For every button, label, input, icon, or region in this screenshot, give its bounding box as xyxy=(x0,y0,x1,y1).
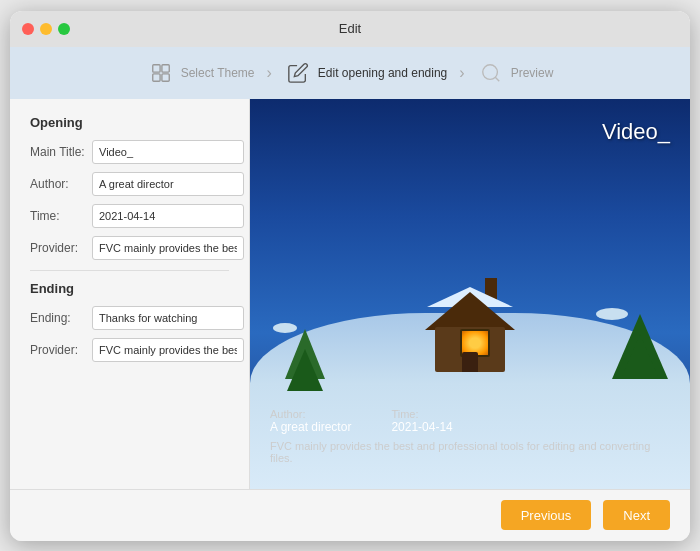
ending-row: Ending: xyxy=(30,306,229,330)
step3-label: Preview xyxy=(511,66,554,80)
window-title: Edit xyxy=(339,21,361,36)
main-title-label: Main Title: xyxy=(30,145,92,159)
minimize-button[interactable] xyxy=(40,23,52,35)
traffic-lights xyxy=(22,23,70,35)
footer: Previous Next xyxy=(10,489,690,541)
previous-button[interactable]: Previous xyxy=(501,500,592,530)
section-divider xyxy=(30,270,229,271)
cabin xyxy=(425,292,515,372)
time-input[interactable] xyxy=(92,204,244,228)
close-button[interactable] xyxy=(22,23,34,35)
opening-provider-input[interactable] xyxy=(92,236,244,260)
svg-point-4 xyxy=(482,64,497,79)
svg-rect-3 xyxy=(162,73,169,80)
toolbar: Select Theme › Edit opening and ending › xyxy=(10,47,690,99)
opening-provider-label: Provider: xyxy=(30,241,92,255)
maximize-button[interactable] xyxy=(58,23,70,35)
ending-section-title: Ending xyxy=(30,281,229,296)
select-theme-icon xyxy=(147,59,175,87)
arrow-1: › xyxy=(267,64,272,82)
main-title-row: Main Title: xyxy=(30,140,229,164)
svg-line-5 xyxy=(495,77,499,81)
ending-provider-label: Provider: xyxy=(30,343,92,357)
step-edit-opening-ending[interactable]: Edit opening and ending xyxy=(284,59,447,87)
author-label: Author: xyxy=(30,177,92,191)
cabin-body xyxy=(435,327,505,372)
cabin-roof xyxy=(425,292,515,330)
svg-rect-0 xyxy=(152,64,159,71)
arrow-2: › xyxy=(459,64,464,82)
svg-rect-2 xyxy=(152,73,159,80)
author-row: Author: xyxy=(30,172,229,196)
edit-icon xyxy=(284,59,312,87)
preview-icon xyxy=(477,59,505,87)
next-button[interactable]: Next xyxy=(603,500,670,530)
ending-provider-row: Provider: xyxy=(30,338,229,362)
time-row: Time: xyxy=(30,204,229,228)
opening-section-title: Opening xyxy=(30,115,229,130)
step-select-theme[interactable]: Select Theme xyxy=(147,59,255,87)
content-area: Opening Main Title: Author: Time: Provid… xyxy=(10,99,690,489)
right-panel: Video_ Author: A great director Time: 20… xyxy=(250,99,690,489)
preview-scene: Video_ Author: A great director Time: 20… xyxy=(250,99,690,489)
ending-input[interactable] xyxy=(92,306,244,330)
time-label: Time: xyxy=(30,209,92,223)
ending-label: Ending: xyxy=(30,311,92,325)
video-title-overlay: Video_ xyxy=(602,119,670,145)
ending-provider-input[interactable] xyxy=(92,338,244,362)
author-input[interactable] xyxy=(92,172,244,196)
opening-provider-row: Provider: xyxy=(30,236,229,260)
step2-label: Edit opening and ending xyxy=(318,66,447,80)
main-title-input[interactable] xyxy=(92,140,244,164)
title-bar: Edit xyxy=(10,11,690,47)
main-window: Edit Select Theme › xyxy=(10,11,690,541)
svg-rect-1 xyxy=(162,64,169,71)
cabin-door xyxy=(462,352,478,372)
left-panel: Opening Main Title: Author: Time: Provid… xyxy=(10,99,250,489)
tree-right xyxy=(612,314,668,379)
step1-label: Select Theme xyxy=(181,66,255,80)
tree-left xyxy=(285,329,325,379)
step-preview[interactable]: Preview xyxy=(477,59,554,87)
